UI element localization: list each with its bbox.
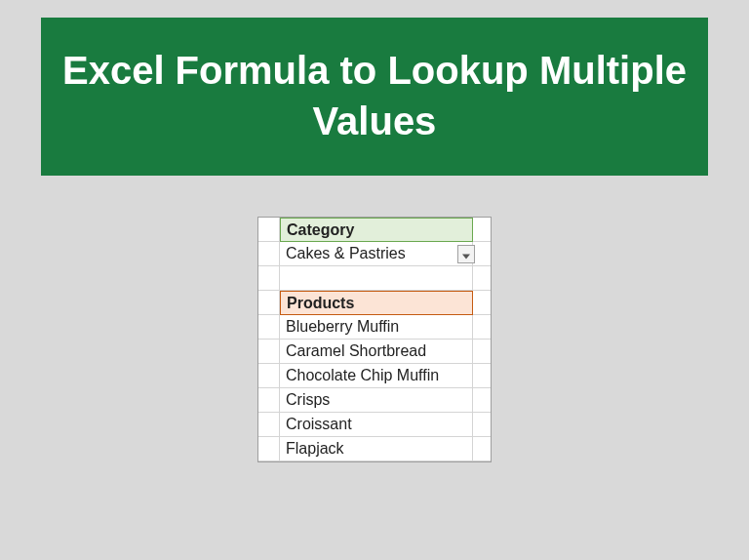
page-title: Excel Formula to Lookup Multiple Values: [60, 45, 689, 146]
row-blank: [258, 266, 491, 291]
table-row: Chocolate Chip Muffin: [258, 364, 491, 388]
trail-cell: [473, 242, 491, 266]
sheet-container: Category Cakes & Pastries Products: [0, 217, 749, 462]
product-cell: Flapjack: [280, 437, 473, 461]
trail-cell: [473, 218, 491, 242]
product-cell: Blueberry Muffin: [280, 315, 473, 340]
table-row: Caramel Shortbread: [258, 340, 491, 364]
gutter-cell: [258, 242, 280, 266]
gutter-cell: [258, 315, 280, 340]
gutter-cell: [258, 340, 280, 364]
trail-cell: [473, 388, 491, 413]
spreadsheet: Category Cakes & Pastries Products: [257, 217, 492, 462]
gutter-cell: [258, 388, 280, 413]
blank-cell: [280, 266, 473, 291]
table-row: Flapjack: [258, 437, 491, 461]
products-header-cell: Products: [280, 291, 473, 315]
row-category-value: Cakes & Pastries: [258, 242, 491, 266]
trail-cell: [473, 266, 491, 291]
row-products-header: Products: [258, 291, 491, 315]
gutter-cell: [258, 437, 280, 461]
gutter-cell: [258, 364, 280, 388]
dropdown-button[interactable]: [457, 245, 475, 263]
product-cell: Caramel Shortbread: [280, 340, 473, 364]
trail-cell: [473, 340, 491, 364]
product-cell: Croissant: [280, 413, 473, 437]
product-cell: Chocolate Chip Muffin: [280, 364, 473, 388]
trail-cell: [473, 364, 491, 388]
table-row: Croissant: [258, 413, 491, 437]
trail-cell: [473, 437, 491, 461]
category-header-cell: Category: [280, 218, 473, 242]
row-category-header: Category: [258, 218, 491, 242]
title-banner: Excel Formula to Lookup Multiple Values: [41, 18, 708, 176]
gutter-cell: [258, 218, 280, 242]
gutter-cell: [258, 413, 280, 437]
gutter-cell: [258, 291, 280, 315]
product-cell: Crisps: [280, 388, 473, 413]
gutter-cell: [258, 266, 280, 291]
trail-cell: [473, 291, 491, 315]
table-row: Blueberry Muffin: [258, 315, 491, 340]
category-dropdown-cell[interactable]: Cakes & Pastries: [280, 242, 473, 266]
trail-cell: [473, 315, 491, 340]
trail-cell: [473, 413, 491, 437]
chevron-down-icon: [462, 246, 470, 263]
table-row: Crisps: [258, 388, 491, 413]
